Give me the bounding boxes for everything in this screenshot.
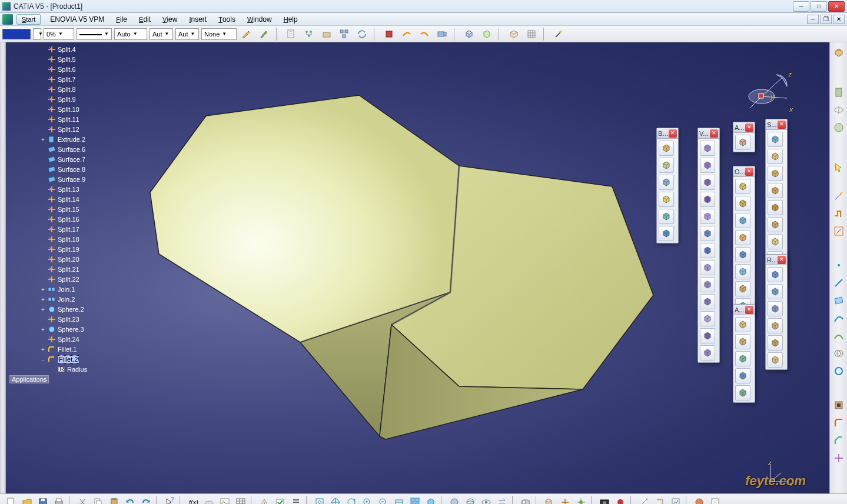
palette-tool-icon[interactable]	[735, 230, 750, 245]
undo-curve-icon[interactable]	[400, 28, 414, 41]
palette-tool-icon[interactable]	[700, 175, 715, 190]
measure2-icon[interactable]	[653, 496, 667, 505]
tree-node[interactable]: + Fillet.1	[7, 345, 134, 354]
tool-palette[interactable]: V... ✕	[697, 128, 720, 363]
tree-twist-icon[interactable]: +	[40, 136, 46, 143]
palette-close-icon[interactable]: ✕	[778, 256, 786, 264]
multiview-icon[interactable]	[408, 496, 422, 505]
palette-tool-icon[interactable]	[735, 213, 750, 228]
tree-twist-icon[interactable]: +	[40, 306, 46, 313]
tree-node[interactable]: Split.20	[7, 255, 134, 264]
menu-insert[interactable]: Insert	[183, 14, 212, 25]
tree-node[interactable]: Split.5	[7, 55, 134, 64]
redo-curve-icon[interactable]	[417, 28, 431, 41]
record-icon[interactable]	[613, 496, 627, 505]
tree-applications[interactable]: Applications	[7, 375, 134, 384]
tree-node[interactable]: Split.9	[7, 95, 134, 104]
tree-twist-icon[interactable]	[40, 196, 46, 203]
palette-tool-icon[interactable]	[768, 284, 783, 299]
tree-twist-icon[interactable]	[40, 76, 46, 83]
minimize-button[interactable]: ─	[793, 1, 809, 12]
tree-twist-icon[interactable]	[40, 176, 46, 183]
palette-header[interactable]: O... ✕	[733, 166, 755, 177]
doc-close-button[interactable]: ✕	[833, 15, 845, 24]
tree-twist-icon[interactable]	[40, 206, 46, 213]
tree-twist-icon[interactable]	[40, 186, 46, 193]
palette-tool-icon[interactable]	[735, 179, 750, 194]
cloud-icon[interactable]	[202, 496, 216, 505]
split-icon[interactable]	[832, 452, 845, 465]
zoom-out-icon[interactable]	[376, 496, 390, 505]
sheet-icon[interactable]	[284, 28, 298, 41]
extract-icon[interactable]	[257, 496, 271, 505]
palette-tool-icon[interactable]	[768, 166, 783, 181]
tree-twist-icon[interactable]	[40, 226, 46, 233]
palette-tool-icon[interactable]	[659, 141, 674, 156]
tree-node[interactable]: Split.7	[7, 75, 134, 84]
close-button[interactable]: ✕	[828, 1, 845, 12]
tree-twist-icon[interactable]	[40, 46, 46, 53]
revolve-icon[interactable]	[832, 104, 845, 116]
palette-tool-icon[interactable]	[768, 318, 783, 333]
manip-icon[interactable]	[574, 496, 588, 505]
intersect-icon[interactable]	[832, 347, 845, 360]
tree-node[interactable]: Surface.9	[7, 175, 134, 184]
layer-combo[interactable]: None▼	[201, 28, 237, 40]
save-icon[interactable]	[36, 496, 50, 505]
tree-node[interactable]: Split.24	[7, 335, 134, 344]
new-icon[interactable]	[4, 496, 18, 505]
workbench-icon[interactable]	[832, 46, 845, 59]
tree-node[interactable]: Split.21	[7, 265, 134, 274]
palette-tool-icon[interactable]	[700, 345, 715, 361]
image-icon[interactable]	[218, 496, 232, 505]
palette-tool-icon[interactable]	[768, 217, 783, 232]
pan-icon[interactable]	[328, 496, 343, 505]
compass[interactable]: z y x	[741, 66, 794, 113]
menu-start[interactable]: Start	[16, 14, 41, 25]
palette-tool-icon[interactable]	[700, 277, 715, 292]
color-swatch[interactable]	[2, 29, 31, 39]
tree-node[interactable]: Split.4	[7, 45, 134, 54]
fit-icon[interactable]	[313, 496, 327, 505]
tree-twist-icon[interactable]	[40, 66, 46, 73]
palette-close-icon[interactable]: ✕	[778, 121, 786, 129]
palette-tool-icon[interactable]	[768, 301, 783, 316]
constraint-icon[interactable]	[558, 496, 572, 505]
pocket-icon[interactable]	[832, 399, 845, 412]
palette-header[interactable]: A... ✕	[733, 122, 755, 133]
palette-header[interactable]: A... ✕	[733, 305, 755, 315]
camera-icon[interactable]	[435, 28, 449, 41]
tree-twist-icon[interactable]	[40, 246, 46, 253]
tree-node[interactable]: Split.18	[7, 235, 134, 244]
tree-node[interactable]: Split.11	[7, 115, 134, 124]
tool-palette[interactable]: R... ✕	[765, 254, 788, 370]
palette-tool-icon[interactable]	[735, 368, 750, 383]
palette-tool-icon[interactable]	[700, 328, 715, 343]
palette-tool-icon[interactable]	[659, 209, 674, 224]
catalog-icon[interactable]	[708, 496, 722, 505]
palette-tool-icon[interactable]	[735, 317, 750, 332]
sketch-edit-icon[interactable]	[832, 225, 845, 238]
tree-node[interactable]: - Fillet.2	[7, 355, 134, 364]
palette-tool-icon[interactable]	[735, 196, 750, 211]
tool-palette[interactable]: A... ✕	[733, 122, 755, 152]
tree-twist-icon[interactable]: +	[40, 286, 46, 293]
tree-node[interactable]: Surface.7	[7, 155, 134, 164]
tree-node[interactable]: Split.6	[7, 65, 134, 74]
tree-node[interactable]: Split.14	[7, 195, 134, 204]
palette-close-icon[interactable]: ✕	[669, 129, 677, 138]
palette-header[interactable]: V... ✕	[698, 128, 719, 139]
tree-node[interactable]: Split.16	[7, 215, 134, 224]
snapshot-icon[interactable]	[597, 496, 612, 505]
doc-minimize-button[interactable]: ─	[807, 15, 819, 24]
package-icon[interactable]	[507, 28, 521, 41]
shading-icon[interactable]	[447, 496, 461, 505]
check-icon[interactable]	[273, 496, 287, 505]
specification-tree[interactable]: Split.4 Split.5 Split.6 Split.7 Split.8 …	[6, 42, 135, 387]
structure-icon[interactable]	[337, 28, 351, 41]
palette-tool-icon[interactable]	[735, 385, 750, 400]
tree-twist-icon[interactable]	[40, 316, 46, 323]
tree-node[interactable]: + Join.2	[7, 295, 134, 304]
tree-twist-icon[interactable]	[40, 96, 46, 103]
tree-icon[interactable]	[302, 28, 316, 41]
